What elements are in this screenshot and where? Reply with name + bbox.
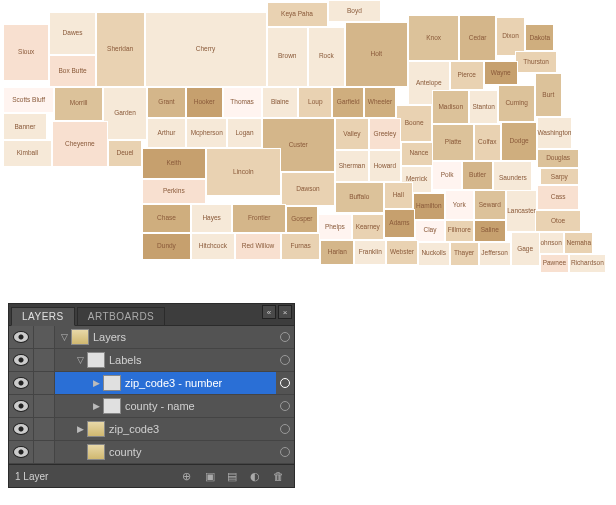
county-polk[interactable]: Polk: [432, 161, 461, 190]
visibility-toggle[interactable]: [9, 418, 34, 440]
locate-icon[interactable]: ⊕: [177, 469, 197, 483]
county-dawes[interactable]: Dawes: [49, 12, 95, 55]
county-thurston[interactable]: Thurston: [515, 51, 556, 73]
layer-content[interactable]: ▽Layers: [55, 326, 276, 348]
county-hall[interactable]: Hall: [384, 182, 413, 209]
visibility-toggle[interactable]: [9, 372, 34, 394]
county-logan[interactable]: Logan: [227, 118, 261, 147]
target-button[interactable]: [276, 395, 294, 417]
county-seward[interactable]: Seward: [474, 190, 506, 219]
county-knox[interactable]: Knox: [408, 15, 459, 61]
layer-content[interactable]: ▶zip_code3 - number: [55, 372, 276, 394]
county-clay[interactable]: Clay: [415, 220, 444, 242]
layer-row[interactable]: ▽Labels: [9, 349, 294, 372]
tab-layers[interactable]: LAYERS: [11, 307, 75, 326]
county-phelps[interactable]: Phelps: [318, 214, 352, 241]
county-wayne[interactable]: Wayne: [484, 61, 518, 85]
county-fillmore[interactable]: Fillmore: [445, 220, 474, 242]
layer-content[interactable]: ▶zip_code3: [55, 418, 276, 440]
county-dundy[interactable]: Dundy: [142, 233, 191, 260]
layer-content[interactable]: ▶county - name: [55, 395, 276, 417]
layer-row[interactable]: ▶county - name: [9, 395, 294, 418]
disclosure-triangle-icon[interactable]: ▽: [59, 332, 69, 342]
county-richardson[interactable]: Richardson: [569, 254, 606, 274]
county-arthur[interactable]: Arthur: [147, 118, 186, 147]
county-dakota[interactable]: Dakota: [525, 24, 554, 51]
target-button[interactable]: [276, 326, 294, 348]
county-york[interactable]: York: [445, 190, 474, 219]
county-dawson[interactable]: Dawson: [281, 172, 335, 206]
disclosure-triangle-icon[interactable]: ▽: [75, 355, 85, 365]
county-red-willow[interactable]: Red Willow: [235, 233, 281, 260]
county-valley[interactable]: Valley: [335, 118, 369, 150]
lock-toggle[interactable]: [34, 441, 55, 463]
lock-toggle[interactable]: [34, 372, 55, 394]
county-furnas[interactable]: Furnas: [281, 233, 320, 260]
layer-row[interactable]: ▶zip_code3 - number: [9, 372, 294, 395]
county-scotts-bluff[interactable]: Scotts Bluff: [3, 87, 54, 114]
county-nemaha[interactable]: Nemaha: [564, 232, 593, 254]
county-deuel[interactable]: Deuel: [108, 140, 142, 167]
visibility-toggle[interactable]: [9, 395, 34, 417]
county-boone[interactable]: Boone: [396, 105, 433, 142]
new-layer-icon[interactable]: ▤: [222, 469, 242, 483]
lock-toggle[interactable]: [34, 418, 55, 440]
county-frontier[interactable]: Frontier: [232, 204, 286, 233]
tab-artboards[interactable]: ARTBOARDS: [77, 307, 166, 325]
county-cedar[interactable]: Cedar: [459, 15, 496, 61]
county-pawnee[interactable]: Pawnee: [540, 254, 569, 274]
county-nuckolls[interactable]: Nuckolls: [418, 242, 450, 266]
lock-toggle[interactable]: [34, 326, 55, 348]
layer-content[interactable]: ▽Labels: [55, 349, 276, 371]
county-sioux[interactable]: Sioux: [3, 24, 49, 80]
county-hooker[interactable]: Hooker: [186, 87, 223, 119]
county-jefferson[interactable]: Jefferson: [479, 242, 511, 266]
county-adams[interactable]: Adams: [384, 209, 416, 238]
county-boyd[interactable]: Boyd: [328, 0, 382, 22]
county-franklin[interactable]: Franklin: [354, 240, 386, 264]
trash-icon[interactable]: 🗑: [268, 469, 288, 483]
county-stanton[interactable]: Stanton: [469, 90, 498, 124]
county-greeley[interactable]: Greeley: [369, 118, 401, 150]
county-cass[interactable]: Cass: [537, 185, 578, 209]
county-douglas[interactable]: Douglas: [537, 149, 578, 169]
county-sarpy[interactable]: Sarpy: [540, 168, 579, 185]
visibility-toggle[interactable]: [9, 441, 34, 463]
county-banner[interactable]: Banner: [3, 113, 47, 140]
lock-toggle[interactable]: [34, 395, 55, 417]
county-sherman[interactable]: Sherman: [335, 150, 369, 182]
county-thayer[interactable]: Thayer: [450, 242, 479, 266]
county-lancaster[interactable]: Lancaster: [506, 190, 538, 231]
target-button[interactable]: [276, 372, 294, 394]
county-gosper[interactable]: Gosper: [286, 206, 318, 233]
county-howard[interactable]: Howard: [369, 150, 401, 182]
county-thomas[interactable]: Thomas: [223, 87, 262, 119]
county-platte[interactable]: Platte: [432, 124, 473, 161]
county-wheeler[interactable]: Wheeler: [364, 87, 396, 119]
county-hayes[interactable]: Hayes: [191, 204, 232, 233]
county-chase[interactable]: Chase: [142, 204, 191, 233]
county-hamilton[interactable]: Hamilton: [413, 193, 445, 220]
county-morrill[interactable]: Morrill: [54, 87, 103, 121]
county-holt[interactable]: Holt: [345, 22, 408, 87]
county-garfield[interactable]: Garfield: [332, 87, 364, 119]
county-dodge[interactable]: Dodge: [501, 122, 538, 161]
county-grant[interactable]: Grant: [147, 87, 186, 119]
layer-content[interactable]: county: [55, 441, 276, 463]
county-hitchcock[interactable]: Hitchcock: [191, 233, 235, 260]
layer-row[interactable]: ▽Layers: [9, 326, 294, 349]
county-pierce[interactable]: Pierce: [450, 61, 484, 90]
county-sheridan[interactable]: Sheridan: [96, 12, 145, 86]
panel-close-icon[interactable]: ×: [278, 305, 292, 319]
visibility-toggle[interactable]: [9, 326, 34, 348]
county-perkins[interactable]: Perkins: [142, 179, 205, 203]
county-madison[interactable]: Madison: [432, 90, 469, 124]
county-colfax[interactable]: Colfax: [474, 124, 501, 161]
disclosure-triangle-icon[interactable]: ▶: [91, 378, 101, 388]
county-garden[interactable]: Garden: [103, 87, 147, 141]
county-burt[interactable]: Burt: [535, 73, 562, 117]
county-blaine[interactable]: Blaine: [262, 87, 299, 119]
county-kearney[interactable]: Kearney: [352, 214, 384, 241]
county-keya-paha[interactable]: Keya Paha: [267, 2, 328, 26]
county-washington[interactable]: Washington: [537, 117, 571, 149]
